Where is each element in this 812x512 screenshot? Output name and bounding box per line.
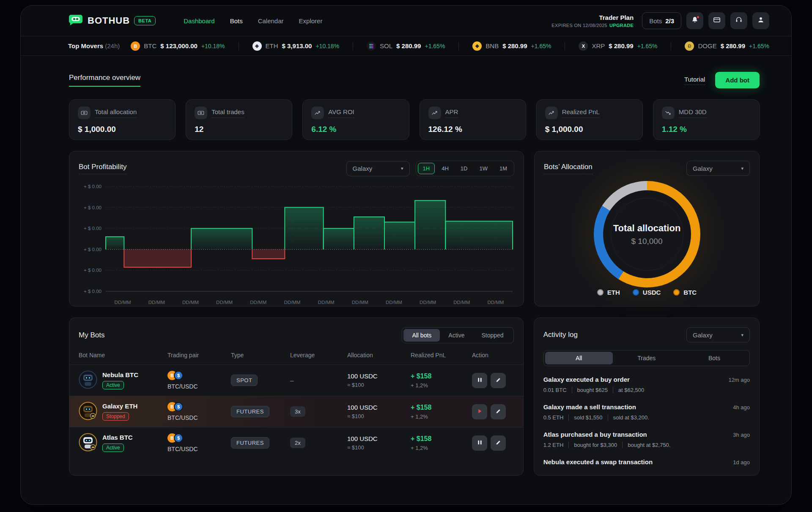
stat-card-top: Total allocation (78, 107, 167, 119)
activity-bot-dropdown[interactable]: Galaxy ▾ (686, 327, 750, 342)
xrp-coin-icon: X (579, 41, 588, 51)
activity-tab-bots[interactable]: Bots (680, 352, 748, 364)
pause-bot-button[interactable] (472, 435, 487, 451)
column-header-allocation: Allocation (347, 352, 411, 359)
ticker-change: +10.18% (201, 43, 225, 49)
chevron-down-icon: ▾ (741, 332, 743, 338)
timeframe-1m[interactable]: 1M (494, 163, 512, 174)
atlas-bot-avatar (79, 433, 97, 453)
upgrade-link[interactable]: UPGRADE (609, 23, 634, 28)
pnl-cell: + $158+ 1,2% (411, 372, 472, 389)
my-bots-tab-active[interactable]: Active (440, 329, 473, 342)
allocation-legend: ETHUSDCBTC (535, 289, 759, 296)
tutorial-link[interactable]: Tutorial (684, 76, 705, 85)
activity-entry-top: Atlas purchased a buy transaction3h ago (543, 431, 750, 438)
nav-item-calendar[interactable]: Calendar (258, 17, 284, 25)
bot-name-wrap: Nebula BTCActive (102, 371, 138, 389)
chevron-down-icon: ▾ (401, 166, 403, 171)
bot-row-nebula-btc[interactable]: Nebula BTCActiveB$BTC/USDCSPOT–100 USDC≈… (69, 364, 523, 396)
column-header-leverage: Leverage (290, 352, 347, 359)
activity-entry: Galaxy executed a buy order12m ago0.01 B… (543, 370, 750, 398)
galaxy-bot-avatar (79, 402, 97, 422)
edit-bot-button[interactable] (491, 373, 506, 388)
ticker-symbol: BNB (486, 42, 499, 49)
play-bot-button[interactable] (472, 404, 487, 419)
activity-entry: Atlas purchased a buy transaction3h ago1… (543, 425, 750, 453)
column-header-trading-pair: Trading pair (167, 352, 231, 359)
ticker-price: $ 280.99 (721, 42, 745, 49)
legend-item-usdc: USDC (633, 289, 661, 296)
timeframe-1h[interactable]: 1H (418, 163, 435, 174)
timeframe-1d[interactable]: 1D (455, 163, 473, 174)
activity-entry-time: 4h ago (733, 404, 750, 411)
stat-label: MDD 30D (679, 108, 707, 118)
bot-row-galaxy-eth[interactable]: Galaxy ETHStoppedB$BTC/USDCFUTURES3x100 … (69, 396, 523, 427)
profitability-bot-dropdown[interactable]: Galaxy ▾ (346, 161, 410, 176)
pause-bot-button[interactable] (472, 373, 487, 388)
logo[interactable]: BOTHUB BETA (68, 14, 156, 27)
activity-detail: bought $625 (572, 387, 608, 393)
activity-detail: 0.01 BTC (543, 387, 567, 393)
main-nav: DashboardBotsCalendarExplorer (184, 17, 322, 25)
stat-card-top: APR (428, 107, 517, 119)
add-bot-button[interactable]: Add bot (715, 72, 760, 88)
activity-entry: Nebula executed a swap transaction1d ago (543, 453, 750, 470)
stat-label: Total allocation (95, 108, 137, 118)
activity-tab-trades[interactable]: Trades (613, 352, 680, 364)
app-title: BOTHUB (88, 15, 130, 26)
legend-label: BTC (683, 289, 697, 296)
stat-card-top: AVG ROI (311, 107, 400, 119)
notification-dot (696, 15, 700, 19)
nav-item-dashboard[interactable]: Dashboard (184, 17, 214, 25)
profile-button[interactable] (752, 12, 769, 29)
activity-entry-title: Atlas purchased a buy transaction (543, 431, 647, 438)
allocation-bot-dropdown[interactable]: Galaxy ▾ (686, 161, 750, 176)
timeframe-1w[interactable]: 1W (474, 163, 493, 174)
activity-log-panel: Activity log Galaxy ▾ AllTradesBots Gala… (534, 318, 760, 476)
pnl-cell: + $158+ 1,2% (411, 404, 472, 420)
support-button[interactable] (730, 12, 747, 29)
bot-name-cell: Nebula BTCActive (79, 370, 167, 391)
activity-entry: Galaxy made a sell transaction4h ago0.5 … (543, 398, 750, 425)
pair-label: BTC/USDC (167, 383, 231, 390)
allocation-title: Bots’ Allocation (544, 163, 593, 174)
stat-label: AVG ROI (328, 108, 354, 118)
allocation-approx: ≈ $100 (347, 444, 411, 451)
type-cell: FUTURES (231, 406, 290, 417)
my-bots-tab-all-bots[interactable]: All bots (403, 329, 440, 342)
bot-row-atlas-btc[interactable]: Atlas BTCActiveB$BTC/USDCFUTURES2x100 US… (69, 427, 523, 458)
edit-bot-button[interactable] (491, 435, 506, 451)
nav-item-explorer[interactable]: Explorer (299, 17, 323, 25)
my-bots-tabs: All botsActiveStopped (402, 327, 513, 343)
user-icon (757, 16, 765, 25)
leverage-cell: – (290, 377, 347, 384)
type-cell: SPOT (231, 375, 290, 386)
status-badge: Active (102, 444, 124, 452)
usdc-legend-dot-icon (633, 289, 639, 296)
allocation-cell: 100 USDC≈ $100 (347, 404, 411, 419)
edit-bot-button[interactable] (491, 404, 506, 419)
svg-text:DD/MM: DD/MM (318, 300, 335, 305)
notifications-button[interactable] (686, 12, 703, 29)
stat-card-apr: APR126.12 % (420, 99, 526, 140)
sol-coin-icon (367, 41, 376, 51)
btc-legend-dot-icon (673, 289, 680, 296)
type-cell: FUTURES (231, 437, 290, 449)
stat-value: $ 1,000.00 (545, 125, 634, 134)
bots-counter-button[interactable]: Bots 2/3 (642, 12, 681, 29)
chevron-down-icon: ▾ (741, 166, 743, 171)
wallet-button[interactable] (708, 12, 725, 29)
my-bots-tab-stopped[interactable]: Stopped (473, 329, 512, 342)
allocation-approx: ≈ $100 (347, 413, 411, 419)
timeframe-4h[interactable]: 4H (436, 163, 454, 174)
pnl-value: + $158 (411, 404, 472, 411)
allocation-approx: ≈ $100 (347, 382, 411, 388)
pnl-percent: + 1,2% (411, 445, 472, 451)
bots-table-header: Bot NameTrading pairTypeLeverageAllocati… (69, 352, 523, 364)
my-bots-title: My Bots (79, 331, 104, 340)
nav-item-bots[interactable]: Bots (230, 17, 243, 25)
activity-tab-all[interactable]: All (545, 352, 613, 364)
svg-text:DD/MM: DD/MM (487, 300, 504, 305)
leverage-chip: 2x (290, 438, 305, 448)
ticker-period: (24h) (105, 42, 120, 49)
